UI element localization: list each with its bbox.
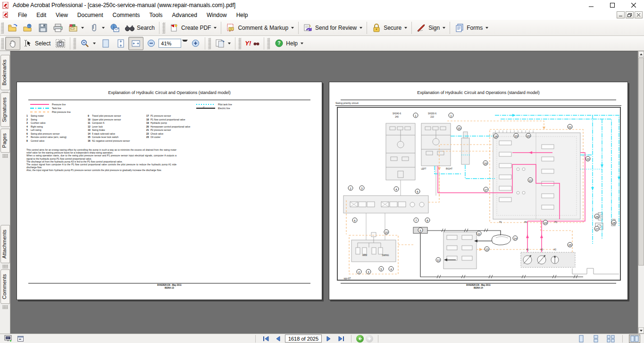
toolbar-grip[interactable]	[238, 38, 241, 49]
zoom-in-button[interactable]	[188, 37, 203, 50]
attach-button[interactable]	[86, 21, 107, 34]
pen-icon	[416, 23, 427, 33]
forms-button[interactable]: Forms	[452, 21, 491, 34]
create-pdf-label: Create PDF	[181, 25, 211, 31]
key-item: 11Computer A	[88, 121, 143, 124]
doc-restore-button[interactable]	[626, 11, 634, 18]
zoom-tool-button[interactable]	[77, 37, 98, 50]
page-navigation	[252, 334, 381, 343]
save-button[interactable]	[35, 21, 50, 34]
diagram-label: ARM	[362, 254, 367, 257]
key-item: 23Oil cooler	[146, 136, 202, 138]
forms-label: Forms	[467, 25, 483, 31]
fit-page-button[interactable]	[113, 37, 128, 50]
key-item: 1Swing motor	[26, 114, 85, 117]
open-web-button[interactable]	[20, 21, 35, 34]
menu-item[interactable]: Comments	[108, 10, 145, 20]
zoom-level-input[interactable]	[159, 39, 181, 48]
menu-item[interactable]: Tools	[145, 10, 167, 20]
single-page-button[interactable]	[576, 334, 587, 343]
key-item: 21P2 pressure sensor	[146, 129, 202, 131]
toolbar-separator	[411, 22, 412, 34]
doc-close-button[interactable]	[635, 11, 643, 18]
toolbar-separator	[205, 37, 205, 50]
help-button[interactable]: ?Help	[271, 37, 306, 50]
title-rule	[341, 100, 616, 100]
snapshot-button[interactable]	[53, 37, 68, 50]
menu-item[interactable]: File	[13, 10, 32, 20]
print-button[interactable]	[50, 21, 66, 34]
statusbar	[0, 334, 644, 343]
toolbar-grip[interactable]	[1, 38, 4, 49]
next-view-button[interactable]	[366, 335, 373, 343]
toolbar-grip[interactable]	[73, 38, 76, 49]
acrobat-app-icon	[2, 2, 10, 9]
actual-size-button[interactable]	[98, 37, 113, 50]
menu-item[interactable]: Document	[73, 10, 108, 20]
menu-item[interactable]: Edit	[32, 10, 51, 20]
menu-item[interactable]: View	[51, 10, 73, 20]
search-button[interactable]: Search	[122, 21, 157, 34]
last-page-button[interactable]	[336, 335, 346, 343]
menu-item[interactable]: Advanced	[167, 10, 202, 20]
sidebar-tab[interactable]: Comments	[0, 269, 10, 304]
screen-mode-icon[interactable]	[4, 335, 12, 343]
page-display-button[interactable]	[212, 37, 233, 50]
continuous-facing-button[interactable]	[605, 334, 616, 343]
maximize-button[interactable]	[602, 0, 623, 10]
send-for-review-button[interactable]: Send for Review	[301, 21, 365, 34]
diagram-callout: 2	[348, 186, 353, 191]
menu-item[interactable]: Window	[202, 10, 232, 20]
vertical-scrollbar[interactable]	[638, 51, 644, 334]
page-display-icon	[215, 38, 225, 49]
yahoo-toolbar-button[interactable]: Y!	[243, 37, 262, 50]
zoom-out-button[interactable]	[143, 37, 159, 50]
continuous-button[interactable]	[590, 334, 602, 343]
email-button[interactable]	[107, 21, 122, 34]
sign-button[interactable]: Sign	[414, 21, 448, 34]
select-tool-button[interactable]: Select	[20, 37, 53, 50]
facing-pages-button[interactable]	[629, 334, 640, 343]
sidebar-tab[interactable]: Bookmarks	[0, 55, 10, 90]
diagram-callout: 5	[379, 266, 384, 272]
acrobat-window: Adobe Acrobat Professional - [case-250c-…	[0, 0, 644, 343]
minimize-button[interactable]	[580, 0, 602, 10]
create-pdf-button[interactable]: Create PDF	[167, 21, 219, 34]
page-number: 8026A-14	[341, 287, 616, 290]
fit-width-button[interactable]	[128, 37, 143, 50]
toolbar-grip[interactable]	[208, 38, 211, 49]
comment-markup-label: Comment & Markup	[238, 25, 288, 31]
zoom-dropdown-arrow[interactable]	[182, 40, 188, 47]
scroll-down-button[interactable]	[638, 327, 644, 334]
legend-line-swatch	[30, 111, 49, 112]
sidebar-tab[interactable]: Attachments	[0, 225, 10, 263]
window-options-icon[interactable]	[16, 335, 25, 343]
menu-item[interactable]: Help	[232, 10, 253, 20]
sidebar-tab[interactable]: Pages	[0, 129, 10, 153]
organizer-button[interactable]	[66, 21, 86, 34]
sidebar-tab[interactable]: Signatures	[0, 93, 10, 127]
page-number-input[interactable]	[285, 334, 322, 343]
previous-view-button[interactable]	[356, 335, 364, 343]
section-heading: Swing priority circuit	[335, 102, 359, 104]
close-button[interactable]	[623, 0, 644, 10]
toolbar-grip[interactable]	[162, 22, 165, 34]
doc-minimize-button[interactable]	[617, 11, 625, 18]
hand-tool-button[interactable]	[5, 37, 20, 50]
scrollbar-thumb[interactable]	[638, 58, 644, 266]
pdf-page-left[interactable]: Explanation of Hydraulic Circuit and Ope…	[17, 82, 322, 300]
next-page-button[interactable]	[324, 335, 334, 343]
sidebar-tab-label: Attachments	[1, 230, 7, 258]
key-item: 5Left swing	[26, 129, 85, 131]
comment-markup-button[interactable]: Comment & Markup	[223, 21, 296, 34]
toolbar-grip[interactable]	[267, 38, 270, 49]
secure-button[interactable]: Secure	[369, 21, 410, 34]
open-button[interactable]	[5, 21, 20, 34]
scroll-up-button[interactable]	[638, 51, 644, 57]
toolbar-grip[interactable]	[1, 22, 4, 34]
dropdown-arrow-icon	[301, 43, 303, 44]
first-page-button[interactable]	[260, 335, 271, 343]
pdf-page-right[interactable]: Explanation of Hydraulic Circuit and Ope…	[329, 82, 628, 300]
previous-page-button[interactable]	[273, 335, 283, 343]
document-canvas[interactable]: Explanation of Hydraulic Circuit and Ope…	[10, 51, 638, 334]
